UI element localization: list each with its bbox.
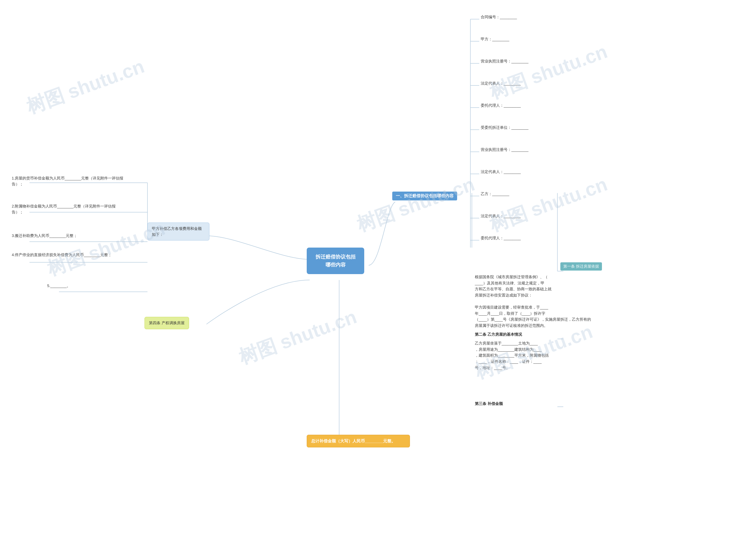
left-main-node: 甲方补偿乙方各项费用和金额如下： [148,222,209,240]
watermark-3: 树图 shutu.cn [486,171,611,238]
article4-node: 第四条 产权调换房屋 [144,317,189,329]
article4-text: 第四条 产权调换房屋 [149,321,185,325]
legal-rep: 法定代表人：________ [481,80,521,87]
party-a: 甲方：________ [481,36,509,42]
article3-label: 第三条 补偿金额 [475,401,503,407]
biz-license: 营业执照注册号：________ [481,58,528,64]
total-text: 总计补偿金额（大写）人民币________元整。 [311,439,395,443]
watermark-6: 树图 shutu.cn [235,304,361,371]
article1-label: 第一条 拆迁房屋依据 [560,262,602,271]
central-node-text: 拆迁赔偿协议包括哪些内容 [315,254,356,267]
legal-rep3: 法定代表人：________ [481,213,521,219]
delegate2: 委托代理人：________ [481,235,521,241]
total-node: 总计补偿金额（大写）人民币________元整。 [307,435,410,447]
article1-text: 根据国务院《城市房屋拆迁管理条例》、（____）及其他有关法律、法规之规定，甲方… [475,274,591,329]
watermark-1: 树图 shutu.cn [23,53,148,120]
connectors [0,0,755,560]
mind-map: 树图 shutu.cn 树图 shutu.cn 树图 shutu.cn 树图 s… [0,0,755,560]
contract-no: 合同编号：________ [481,14,517,20]
watermark-5: 树图 shutu.cn [353,171,478,238]
article2-text: 乙方房屋坐落于________土地为____，房屋用途为________建筑结构… [475,340,549,371]
central-node: 拆迁赔偿协议包括哪些内容 [307,247,364,274]
article2-label: 第二条 乙方房屋的基本情况 [475,332,522,338]
left-item-5: 5.________。 [47,283,71,289]
biz-license2: 营业执照注册号：________ [481,147,528,153]
right-main-node-text: 一、拆迁赔偿协议包括哪些内容 [396,193,453,198]
watermark-2: 树图 shutu.cn [486,39,611,105]
delegate: 委托代理人：________ [481,103,521,109]
party-b: 乙方：________ [481,191,509,197]
article1-label-text: 第一条 拆迁房屋依据 [563,264,599,268]
legal-rep2: 法定代表人：________ [481,169,521,175]
left-main-text: 甲方补偿乙方各项费用和金额如下： [152,226,202,237]
left-item-1: 1.房屋的货币补偿金额为人民币________元整（详见附件一评估报告）； [12,175,124,187]
left-item-4: 4.停产停业的直接经济损失补偿费为人民币________元整； [12,252,112,258]
right-main-node: 一、拆迁赔偿协议包括哪些内容 [392,192,457,200]
entrust-unit: 受委托拆迁单位：________ [481,125,528,131]
left-item-2: 2.附属物补偿金额为人民币________元整（详见附件一评估报告）； [12,203,124,215]
left-item-3: 3.搬迁补助费为人民币________元整； [12,233,77,239]
